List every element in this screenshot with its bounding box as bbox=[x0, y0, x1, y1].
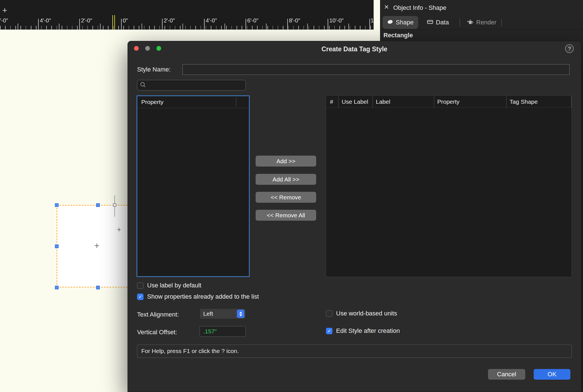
checkbox-label: Edit Style after creation bbox=[336, 327, 400, 335]
add-button[interactable]: Add >> bbox=[256, 156, 316, 167]
use-label-by-default-checkbox[interactable]: Use label by default bbox=[137, 282, 201, 289]
ruler-label: 0" bbox=[123, 17, 128, 24]
remove-button[interactable]: << Remove bbox=[256, 192, 316, 203]
search-field[interactable] bbox=[137, 80, 246, 91]
search-input[interactable] bbox=[148, 82, 243, 89]
checkbox-box bbox=[326, 310, 332, 317]
available-properties-list[interactable]: Property bbox=[137, 95, 250, 277]
style-name-input[interactable] bbox=[182, 64, 570, 75]
ruler-label: '-0" bbox=[0, 17, 8, 24]
tab-label: Shape bbox=[396, 19, 414, 26]
checkbox-box: ✓ bbox=[326, 328, 332, 334]
render-tab-icon bbox=[467, 19, 474, 26]
dropdown-selected-value: Left bbox=[200, 310, 237, 317]
property-column-header: Property bbox=[141, 99, 163, 105]
ruler-major-tick bbox=[162, 19, 163, 29]
column-divider[interactable] bbox=[236, 98, 236, 107]
property-list-header[interactable]: Property bbox=[137, 96, 249, 108]
snap-cross-mark: + bbox=[117, 225, 121, 234]
ruler-label: 10'-0" bbox=[329, 17, 344, 24]
create-data-tag-style-dialog: Create Data Tag Style ? Style Name: Prop… bbox=[128, 41, 581, 392]
cancel-button[interactable]: Cancel bbox=[488, 369, 525, 380]
ruler-mid-tick bbox=[266, 24, 267, 29]
dialog-title: Create Data Tag Style bbox=[128, 45, 581, 53]
ruler-cursor-highlight bbox=[112, 15, 115, 30]
vertical-offset-input[interactable] bbox=[200, 326, 246, 337]
edit-style-after-creation-checkbox[interactable]: ✓ Edit Style after creation bbox=[326, 327, 400, 335]
ruler-label: 4'-0" bbox=[40, 17, 51, 24]
ruler-mid-tick bbox=[348, 24, 349, 29]
help-message-text: For Help, press F1 or click the ? icon. bbox=[141, 348, 239, 354]
tab-divider bbox=[460, 19, 460, 26]
check-icon: ✓ bbox=[327, 328, 331, 334]
tab-label: Render bbox=[476, 19, 496, 26]
ruler-label: 8'-0" bbox=[289, 17, 300, 24]
check-icon: ✓ bbox=[138, 294, 142, 299]
ruler-label: 6'-0" bbox=[247, 17, 258, 24]
selection-handle[interactable] bbox=[55, 286, 59, 289]
ruler-mid-tick bbox=[182, 24, 183, 29]
ruler-mid-tick bbox=[100, 24, 101, 29]
text-alignment-dropdown[interactable]: Left bbox=[200, 308, 246, 319]
ruler-major-tick bbox=[328, 19, 328, 29]
checkbox-label: Use world-based units bbox=[336, 310, 397, 317]
column-header-number: # bbox=[326, 96, 338, 107]
ruler-major-tick bbox=[121, 19, 122, 29]
vertical-offset-label: Vertical Offset: bbox=[137, 329, 177, 336]
ruler-major-tick bbox=[204, 19, 205, 29]
object-info-tabbar: Shape Data Render bbox=[380, 15, 583, 30]
tab-label: Data bbox=[436, 19, 449, 26]
chevron-up-icon bbox=[239, 312, 242, 313]
ruler-bar: + '-0" 4'-0" 2'-0" 0" 2'-0" 4'-0" 6'-0" … bbox=[0, 0, 374, 30]
ruler-major-tick bbox=[369, 19, 370, 29]
chevron-down-icon bbox=[239, 314, 242, 316]
help-message-bar: For Help, press F1 or click the ? icon. bbox=[137, 345, 572, 358]
ruler-major-tick bbox=[79, 19, 80, 29]
ruler-mid-tick bbox=[225, 24, 225, 29]
ruler-mid-tick bbox=[18, 24, 18, 29]
selected-properties-table[interactable]: # Use Label Label Property Tag Shape bbox=[326, 95, 572, 277]
checkbox-box bbox=[137, 282, 144, 289]
checkbox-label: Use label by default bbox=[147, 282, 201, 289]
table-header-row: # Use Label Label Property Tag Shape bbox=[326, 96, 572, 108]
column-header-label: Label bbox=[373, 96, 434, 107]
column-header-use-label: Use Label bbox=[338, 96, 373, 107]
ruler-label: 12 bbox=[371, 17, 374, 24]
data-tab-icon bbox=[427, 19, 433, 26]
selection-handle[interactable] bbox=[96, 286, 100, 289]
snap-point-indicator bbox=[113, 203, 116, 207]
text-alignment-label: Text Alignment: bbox=[137, 311, 179, 318]
panel-title: Object Info - Shape bbox=[393, 4, 446, 11]
add-all-button[interactable]: Add All >> bbox=[256, 174, 316, 185]
selection-handle[interactable] bbox=[55, 203, 59, 207]
ruler-major-tick bbox=[287, 19, 288, 29]
application-window: + + + '-0" 4'-0" 2'-0" 0" 2'-0" 4'-0" 6'… bbox=[0, 0, 583, 392]
close-icon[interactable]: × bbox=[383, 3, 390, 11]
ruler-major-tick bbox=[38, 19, 39, 29]
column-header-tag-shape: Tag Shape bbox=[506, 96, 572, 107]
use-world-based-units-checkbox[interactable]: Use world-based units bbox=[326, 310, 397, 317]
remove-all-button[interactable]: << Remove All bbox=[256, 210, 316, 221]
plus-icon[interactable]: + bbox=[2, 6, 7, 15]
show-properties-checkbox[interactable]: ✓ Show properties already added to the l… bbox=[137, 293, 259, 300]
ruler-label: 4'-0" bbox=[206, 17, 217, 24]
ruler-mid-tick bbox=[142, 24, 142, 29]
tab-data[interactable]: Data bbox=[422, 16, 453, 29]
selection-handle[interactable] bbox=[55, 245, 59, 248]
ok-button[interactable]: OK bbox=[534, 369, 570, 380]
help-icon[interactable]: ? bbox=[565, 44, 574, 53]
ruler-major-tick bbox=[246, 19, 246, 29]
ruler-label: 2'-0" bbox=[81, 17, 92, 24]
ruler-minor-ticks bbox=[0, 26, 374, 29]
checkbox-label: Show properties already added to the lis… bbox=[147, 293, 259, 300]
selected-object-type: Rectangle bbox=[383, 32, 413, 39]
dropdown-stepper-icon[interactable] bbox=[237, 310, 244, 318]
tab-shape[interactable]: Shape bbox=[383, 16, 418, 29]
tab-divider bbox=[501, 19, 502, 26]
ruler-mid-tick bbox=[59, 24, 59, 29]
shape-center-mark: + bbox=[94, 241, 100, 250]
shape-tab-icon bbox=[387, 19, 393, 26]
selection-handle[interactable] bbox=[96, 203, 100, 207]
search-icon bbox=[140, 82, 146, 89]
tab-render[interactable]: Render bbox=[462, 16, 501, 29]
